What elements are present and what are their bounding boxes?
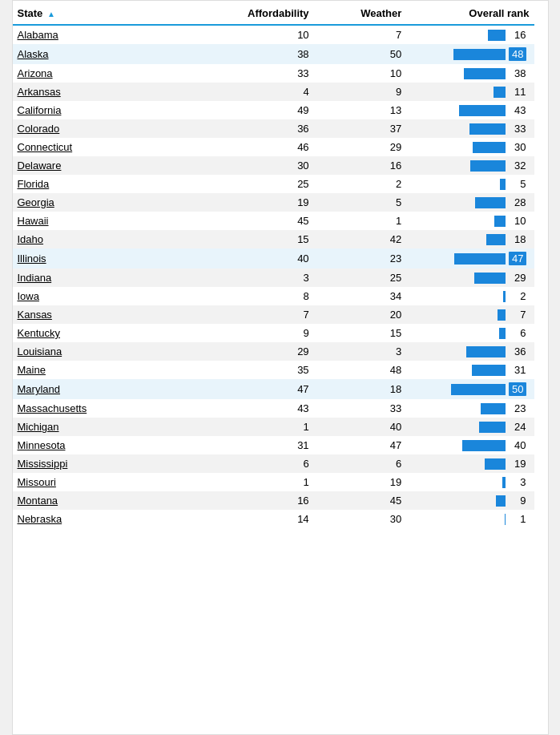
state-cell[interactable]: Minnesota bbox=[13, 436, 198, 454]
rank-bar bbox=[502, 477, 506, 488]
table-row[interactable]: Idaho154218 bbox=[13, 230, 534, 248]
state-cell[interactable]: Alabama bbox=[13, 25, 198, 44]
state-cell[interactable]: Arkansas bbox=[13, 83, 198, 101]
table-row[interactable]: Kansas7207 bbox=[13, 305, 534, 324]
overall-rank-cell: 19 bbox=[406, 454, 534, 473]
rank-number: 47 bbox=[509, 252, 526, 265]
rank-bar bbox=[494, 216, 506, 227]
table-row[interactable]: Michigan14024 bbox=[13, 418, 534, 436]
table-row[interactable]: California491343 bbox=[13, 101, 534, 119]
overall-rank-cell: 11 bbox=[406, 83, 534, 101]
rank-bar bbox=[454, 253, 506, 265]
rank-number: 3 bbox=[509, 476, 526, 488]
rank-number: 36 bbox=[509, 345, 526, 357]
affordability-cell: 15 bbox=[198, 230, 314, 248]
affordability-cell: 29 bbox=[198, 342, 314, 361]
rank-bar bbox=[470, 160, 506, 172]
rank-bar bbox=[503, 291, 506, 302]
overall-rank-cell: 50 bbox=[406, 379, 534, 399]
state-cell[interactable]: Missouri bbox=[13, 473, 198, 491]
overall-rank-cell: 24 bbox=[406, 418, 534, 436]
table-row[interactable]: Iowa8342 bbox=[13, 287, 534, 305]
table-row[interactable]: Maine354831 bbox=[13, 361, 534, 379]
affordability-cell: 1 bbox=[198, 473, 314, 491]
table-row[interactable]: Massachusetts433323 bbox=[13, 399, 534, 418]
state-cell[interactable]: Michigan bbox=[13, 418, 198, 436]
state-cell[interactable]: Indiana bbox=[13, 269, 198, 287]
table-row[interactable]: Illinois402347 bbox=[13, 248, 534, 269]
col-header-overall[interactable]: Overall rank bbox=[406, 1, 534, 25]
weather-cell: 20 bbox=[314, 305, 407, 324]
table-row[interactable]: Delaware301632 bbox=[13, 156, 534, 175]
affordability-cell: 7 bbox=[198, 305, 314, 324]
overall-rank-cell: 9 bbox=[406, 491, 534, 510]
table-row[interactable]: Indiana32529 bbox=[13, 269, 534, 287]
table-row[interactable]: Missouri1193 bbox=[13, 473, 534, 491]
state-cell[interactable]: Idaho bbox=[13, 230, 198, 248]
table-row[interactable]: Kentucky9156 bbox=[13, 324, 534, 342]
weather-cell: 3 bbox=[314, 342, 407, 361]
weather-cell: 34 bbox=[314, 287, 407, 305]
rank-number: 6 bbox=[509, 327, 526, 339]
rank-number: 31 bbox=[509, 364, 526, 376]
table-row[interactable]: Arizona331038 bbox=[13, 64, 534, 83]
rank-number: 19 bbox=[509, 458, 526, 470]
state-cell[interactable]: Montana bbox=[13, 491, 198, 510]
main-table-container: State ▲ Affordability Weather Overall ra… bbox=[12, 0, 549, 735]
table-row[interactable]: Arkansas4911 bbox=[13, 83, 534, 101]
state-cell[interactable]: Delaware bbox=[13, 156, 198, 175]
table-row[interactable]: Minnesota314740 bbox=[13, 436, 534, 454]
state-cell[interactable]: Mississippi bbox=[13, 454, 198, 473]
state-cell[interactable]: Illinois bbox=[13, 248, 198, 269]
weather-cell: 30 bbox=[314, 510, 407, 528]
state-cell[interactable]: Nebraska bbox=[13, 510, 198, 528]
state-cell[interactable]: Alaska bbox=[13, 44, 198, 64]
state-cell[interactable]: California bbox=[13, 101, 198, 119]
affordability-cell: 46 bbox=[198, 138, 314, 156]
table-row[interactable]: Florida2525 bbox=[13, 175, 534, 193]
overall-rank-cell: 18 bbox=[406, 230, 534, 248]
rank-bar bbox=[473, 142, 506, 153]
state-cell[interactable]: Maine bbox=[13, 361, 198, 379]
state-cell[interactable]: Iowa bbox=[13, 287, 198, 305]
state-cell[interactable]: Connecticut bbox=[13, 138, 198, 156]
table-row[interactable]: Colorado363733 bbox=[13, 119, 534, 138]
state-cell[interactable]: Arizona bbox=[13, 64, 198, 83]
table-row[interactable]: Connecticut462930 bbox=[13, 138, 534, 156]
state-cell[interactable]: Kansas bbox=[13, 305, 198, 324]
state-rankings-table: State ▲ Affordability Weather Overall ra… bbox=[13, 1, 534, 528]
weather-cell: 47 bbox=[314, 436, 407, 454]
col-header-state[interactable]: State ▲ bbox=[13, 1, 198, 25]
table-row[interactable]: Alaska385048 bbox=[13, 44, 534, 64]
table-row[interactable]: Nebraska14301 bbox=[13, 510, 534, 528]
weather-header-label: Weather bbox=[361, 7, 401, 19]
col-header-weather[interactable]: Weather bbox=[314, 1, 407, 25]
table-body: Alabama10716Alaska385048Arizona331038Ark… bbox=[13, 25, 534, 528]
table-row[interactable]: Hawaii45110 bbox=[13, 212, 534, 230]
state-cell[interactable]: Colorado bbox=[13, 119, 198, 138]
affordability-cell: 19 bbox=[198, 193, 314, 212]
rank-bar bbox=[466, 346, 506, 357]
table-row[interactable]: Montana16459 bbox=[13, 491, 534, 510]
rank-bar bbox=[469, 123, 506, 135]
weather-cell: 1 bbox=[314, 212, 407, 230]
table-row[interactable]: Alabama10716 bbox=[13, 25, 534, 44]
col-header-affordability[interactable]: Affordability bbox=[198, 1, 314, 25]
affordability-cell: 33 bbox=[198, 64, 314, 83]
state-cell[interactable]: Maryland bbox=[13, 379, 198, 399]
state-cell[interactable]: Massachusetts bbox=[13, 399, 198, 418]
state-cell[interactable]: Louisiana bbox=[13, 342, 198, 361]
table-row[interactable]: Georgia19528 bbox=[13, 193, 534, 212]
state-cell[interactable]: Hawaii bbox=[13, 212, 198, 230]
rank-number: 10 bbox=[509, 215, 526, 227]
state-cell[interactable]: Georgia bbox=[13, 193, 198, 212]
table-row[interactable]: Maryland471850 bbox=[13, 379, 534, 399]
table-scroll-area[interactable]: State ▲ Affordability Weather Overall ra… bbox=[13, 1, 548, 734]
table-row[interactable]: Mississippi6619 bbox=[13, 454, 534, 473]
rank-number: 33 bbox=[509, 123, 526, 135]
table-row[interactable]: Louisiana29336 bbox=[13, 342, 534, 361]
state-cell[interactable]: Kentucky bbox=[13, 324, 198, 342]
sort-arrow-up: ▲ bbox=[47, 10, 55, 18]
state-cell[interactable]: Florida bbox=[13, 175, 198, 193]
rank-bar bbox=[451, 384, 506, 395]
